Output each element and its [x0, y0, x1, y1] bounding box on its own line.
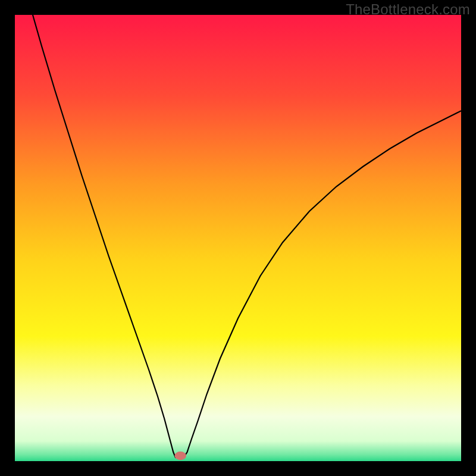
optimum-marker: [175, 452, 187, 460]
chart-plot-area: [15, 15, 461, 461]
chart-svg: [15, 15, 461, 461]
chart-frame: TheBottleneck.com: [0, 0, 476, 476]
watermark-text: TheBottleneck.com: [346, 1, 470, 18]
chart-background: [15, 15, 461, 461]
